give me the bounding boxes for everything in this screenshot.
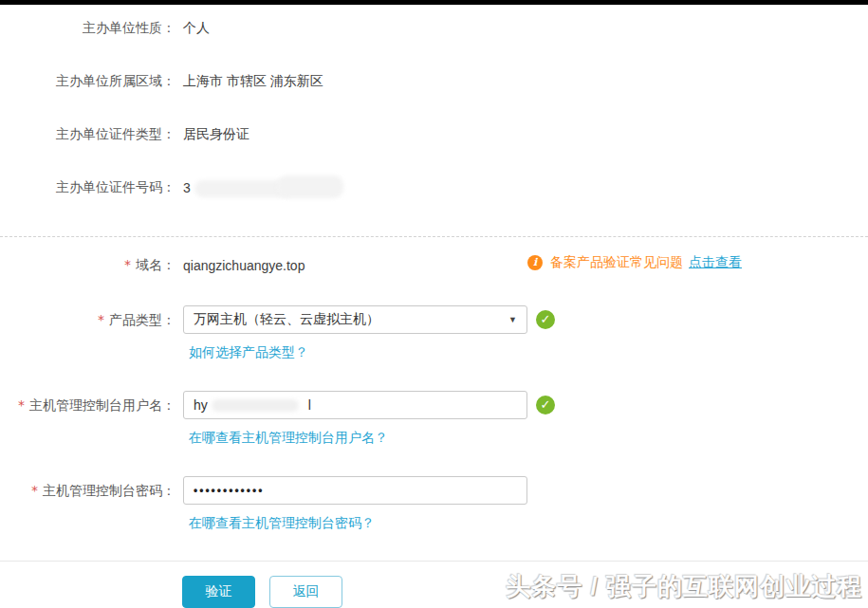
required-asterisk: * [124, 257, 131, 272]
organizer-region-value: 上海市 市辖区 浦东新区 [183, 73, 323, 88]
faq-view-link[interactable]: 点击查看 [689, 254, 742, 271]
console-password-masked-value: •••••••••••• [194, 484, 264, 497]
verification-form-section: *域名： qiangzichuangye.top i 备案产品验证常见问题 点击… [0, 237, 868, 530]
domain-label: *域名： [0, 257, 175, 273]
console-username-help-link[interactable]: 在哪查看主机管理控制台用户名？ [189, 430, 388, 445]
organizer-id-number-row: 主办单位证件号码： 3 [0, 179, 868, 198]
console-password-help-row: 在哪查看主机管理控制台密码？ [189, 515, 868, 530]
console-password-help-link[interactable]: 在哪查看主机管理控制台密码？ [189, 515, 375, 530]
console-password-row: *主机管理控制台密码： •••••••••••• [0, 476, 868, 505]
domain-row: *域名： qiangzichuangye.top i 备案产品验证常见问题 点击… [0, 257, 868, 273]
organizer-nature-value: 个人 [183, 20, 210, 35]
required-asterisk: * [18, 397, 25, 413]
organizer-nature-row: 主办单位性质： 个人 [0, 20, 868, 35]
product-type-label: *产品类型： [0, 305, 175, 334]
console-password-label: *主机管理控制台密码： [0, 476, 175, 505]
console-username-input[interactable]: hy l [183, 391, 527, 419]
faq-notice-text: 备案产品验证常见问题 [550, 254, 683, 271]
organizer-region-row: 主办单位所属区域： 上海市 市辖区 浦东新区 [0, 73, 868, 88]
product-type-select[interactable]: 万网主机（轻云、云虚拟主机） ▼ [183, 305, 527, 334]
verify-button[interactable]: 验证 [182, 576, 255, 608]
chevron-down-icon: ▼ [508, 315, 517, 324]
product-type-help-link[interactable]: 如何选择产品类型？ [189, 344, 308, 359]
console-username-value-prefix: hy [194, 397, 208, 413]
organizer-info-section: 主办单位性质： 个人 主办单位所属区域： 上海市 市辖区 浦东新区 主办单位证件… [0, 5, 868, 198]
required-asterisk: * [31, 483, 38, 498]
organizer-id-type-value: 居民身份证 [183, 126, 249, 141]
console-password-input[interactable]: •••••••••••• [183, 476, 527, 505]
organizer-id-number-label: 主办单位证件号码： [0, 179, 175, 198]
console-username-label: *主机管理控制台用户名： [0, 391, 175, 419]
back-button[interactable]: 返回 [269, 576, 342, 608]
domain-value: qiangzichuangye.top [183, 257, 305, 273]
required-asterisk: * [98, 312, 104, 327]
organizer-id-number-value: 3 [183, 179, 343, 198]
console-username-help-row: 在哪查看主机管理控制台用户名？ [189, 430, 868, 445]
faq-notice: i 备案产品验证常见问题 点击查看 [527, 254, 742, 271]
organizer-region-label: 主办单位所属区域： [0, 73, 175, 88]
console-username-value-suffix: l [308, 397, 311, 413]
bottom-separator [0, 561, 868, 562]
info-icon: i [527, 255, 543, 270]
console-username-row: *主机管理控制台用户名： hy l ✓ [0, 391, 868, 419]
organizer-id-number-partial: 3 [183, 180, 191, 195]
organizer-nature-label: 主办单位性质： [0, 20, 175, 35]
watermark-text: 头条号 / 强子的互联网创业过程 [506, 570, 862, 603]
product-type-row: *产品类型： 万网主机（轻云、云虚拟主机） ▼ ✓ [0, 305, 868, 334]
redaction-blur-patch [277, 175, 343, 198]
redaction-blur-patch [212, 399, 299, 412]
product-type-selected-option: 万网主机（轻云、云虚拟主机） [194, 311, 503, 328]
organizer-id-type-label: 主办单位证件类型： [0, 126, 175, 141]
organizer-id-type-row: 主办单位证件类型： 居民身份证 [0, 126, 868, 141]
product-type-help-row: 如何选择产品类型？ [189, 344, 868, 359]
success-check-icon: ✓ [536, 396, 555, 415]
success-check-icon: ✓ [536, 310, 555, 329]
